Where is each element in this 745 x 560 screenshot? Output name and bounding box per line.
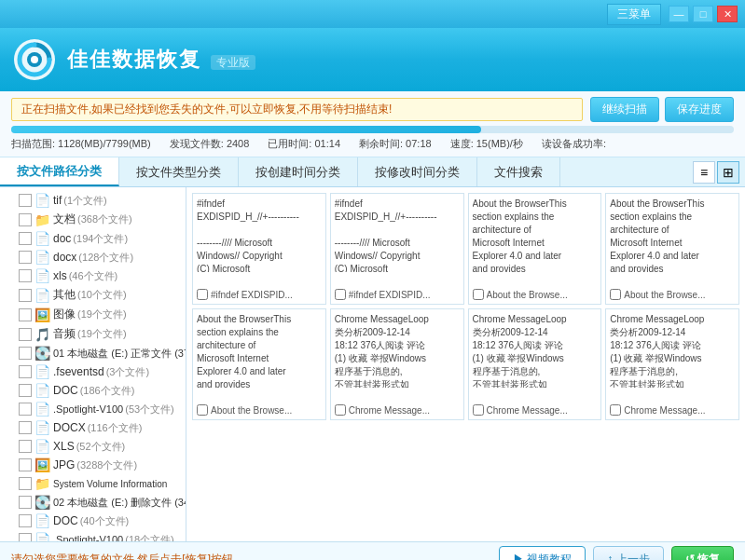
tree-label: DOC	[53, 384, 78, 397]
file-card-label: About the Browse...	[624, 290, 705, 300]
tree-checkbox[interactable]	[19, 421, 32, 434]
file-card[interactable]: Chrome MessageLoop 类分析2009-12-14 18:12 3…	[330, 308, 464, 420]
close-button[interactable]: ✕	[717, 6, 738, 22]
grid-view-button[interactable]: ⊞	[717, 161, 739, 184]
tree-checkbox[interactable]	[19, 251, 32, 264]
tree-count: (53个文件)	[125, 403, 174, 417]
tree-item[interactable]: 🎵 音频 (19个文件)	[0, 324, 186, 344]
tree-item[interactable]: 📄 DOC (186个文件)	[0, 381, 186, 400]
main-content: 📄 tif (1个文件) 📁 文档 (368个文件) 📄 doc (194个文件…	[0, 187, 745, 541]
tree-checkbox[interactable]	[19, 289, 32, 302]
file-checkbox-row: #ifndef EXDISPID...	[335, 289, 431, 300]
recover-button[interactable]: ↺ 恢复	[671, 546, 734, 560]
file-select-checkbox[interactable]	[335, 404, 346, 416]
tree-item[interactable]: 📄 tif (1个文件)	[0, 191, 186, 210]
tree-checkbox[interactable]	[19, 403, 32, 416]
list-view-button[interactable]: ≡	[693, 161, 715, 184]
menu-button[interactable]: 三菜单	[607, 4, 661, 25]
restore-button[interactable]: □	[693, 6, 713, 22]
tree-item[interactable]: 📄 doc (194个文件)	[0, 229, 186, 248]
file-card-label: Chrome Message...	[349, 405, 430, 416]
file-select-checkbox[interactable]	[610, 289, 621, 300]
tree-item[interactable]: 📄 docx (128个文件)	[0, 248, 186, 266]
tree-checkbox[interactable]	[19, 365, 32, 378]
file-card[interactable]: About the BrowserThis section explains t…	[468, 193, 602, 305]
tree-label: xls	[53, 269, 67, 282]
file-card[interactable]: #ifndef EXDISPID_H_//+---------- -------…	[330, 193, 464, 305]
tab-search[interactable]: 文件搜索	[477, 157, 560, 186]
continue-scan-button[interactable]: 继续扫描	[590, 97, 659, 122]
prev-step-button[interactable]: ↑ 上一步	[593, 546, 663, 560]
video-tutorial-button[interactable]: ▶ 视频教程	[499, 546, 586, 560]
tree-item[interactable]: 💽 01 本地磁盘 (E:) 正常文件 (37	[0, 344, 186, 362]
tree-label: DOCX	[53, 421, 86, 434]
tree-label: .Spotlight-V100	[53, 403, 123, 415]
tree-item[interactable]: 🖼️ JPG (3288个文件)	[0, 456, 186, 474]
tree-label: 图像	[53, 307, 76, 322]
tree-checkbox[interactable]	[19, 194, 32, 207]
file-icon: 📄	[34, 193, 50, 208]
tree-label: 02 本地磁盘 (E:) 删除文件 (34	[53, 496, 186, 510]
tree-checkbox[interactable]	[19, 458, 32, 471]
tree-checkbox[interactable]	[19, 477, 32, 490]
tree-item[interactable]: 🖼️ 图像 (19个文件)	[0, 305, 186, 324]
tree-checkbox[interactable]	[19, 308, 32, 321]
tree-count: (40个文件)	[80, 514, 130, 528]
tree-label: DOC	[53, 514, 78, 527]
device-success: 读设备成功率:	[542, 137, 606, 151]
tab-type[interactable]: 按文件类型分类	[119, 157, 239, 186]
file-card[interactable]: About the BrowserThis section explains t…	[192, 308, 326, 420]
tree-count: (19个文件)	[77, 327, 127, 341]
file-icon: 📄	[34, 513, 50, 528]
drive-icon: 💽	[34, 346, 50, 361]
tree-count: (10个文件)	[77, 288, 127, 302]
tree-item[interactable]: 📄 DOCX (116个文件)	[0, 418, 186, 437]
file-card[interactable]: Chrome MessageLoop 类分析2009-12-14 18:12 3…	[468, 308, 602, 420]
tree-checkbox[interactable]	[19, 328, 32, 341]
tree-item[interactable]: 📄 XLS (52个文件)	[0, 437, 186, 456]
scan-stats: 扫描范围: 1128(MB)/7799(MB) 发现文件数: 2408 已用时间…	[11, 137, 734, 151]
minimize-button[interactable]: —	[669, 6, 689, 22]
file-card[interactable]: About the BrowserThis section explains t…	[605, 193, 739, 305]
tab-modified[interactable]: 按修改时间分类	[358, 157, 477, 186]
file-preview-text: Chrome MessageLoop 类分析2009-12-14 18:12 3…	[610, 313, 735, 388]
tree-item[interactable]: 📄 .Spotlight-V100 (18个文件)	[0, 530, 186, 541]
save-progress-button[interactable]: 保存进度	[665, 97, 734, 122]
tree-count: (1个文件)	[63, 194, 106, 208]
file-card-label: Chrome Message...	[487, 405, 568, 416]
file-preview-text: #ifndef EXDISPID_H_//+---------- -------…	[335, 198, 460, 272]
tree-checkbox[interactable]	[19, 232, 32, 245]
tree-item[interactable]: 📄 .Spotlight-V100 (53个文件)	[0, 400, 186, 418]
tree-count: (116个文件)	[88, 421, 143, 435]
tree-checkbox[interactable]	[19, 384, 32, 397]
tree-checkbox[interactable]	[19, 514, 32, 527]
file-select-checkbox[interactable]	[335, 289, 346, 300]
file-select-checkbox[interactable]	[197, 404, 208, 416]
tree-item[interactable]: 📄 DOC (40个文件)	[0, 512, 186, 530]
tree-count: (46个文件)	[69, 269, 118, 283]
tree-checkbox[interactable]	[19, 440, 32, 453]
tree-item[interactable]: 📄 xls (46个文件)	[0, 266, 186, 285]
tab-created[interactable]: 按创建时间分类	[239, 157, 358, 186]
tree-item[interactable]: 📄 其他 (10个文件)	[0, 285, 186, 305]
tree-checkbox[interactable]	[19, 347, 32, 360]
tree-checkbox[interactable]	[19, 269, 32, 282]
tree-item[interactable]: 📁 文档 (368个文件)	[0, 210, 186, 229]
tree-checkbox[interactable]	[19, 496, 32, 509]
tree-checkbox[interactable]	[19, 533, 32, 541]
tree-item[interactable]: 📁 System Volume Information	[0, 474, 186, 493]
file-select-checkbox[interactable]	[473, 404, 484, 416]
tree-label: System Volume Information	[53, 479, 167, 489]
tree-count: (52个文件)	[76, 440, 126, 454]
file-select-checkbox[interactable]	[610, 404, 621, 416]
tree-label: doc	[53, 232, 71, 245]
file-select-checkbox[interactable]	[197, 289, 208, 300]
file-select-checkbox[interactable]	[473, 289, 484, 300]
tree-item[interactable]: 💽 02 本地磁盘 (E:) 删除文件 (34	[0, 493, 186, 512]
tree-item[interactable]: 📄 .fseventsd (3个文件)	[0, 362, 186, 381]
file-card[interactable]: Chrome MessageLoop 类分析2009-12-14 18:12 3…	[605, 308, 739, 420]
app-logo-icon	[11, 36, 58, 83]
file-card[interactable]: #ifndef EXDISPID_H_//+---------- -------…	[192, 193, 326, 305]
tab-path[interactable]: 按文件路径分类	[0, 157, 119, 186]
tree-checkbox[interactable]	[19, 213, 32, 226]
